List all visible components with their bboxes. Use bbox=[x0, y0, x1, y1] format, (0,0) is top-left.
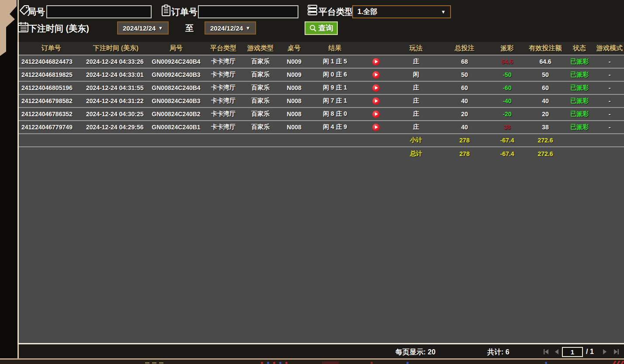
next-page-icon[interactable] bbox=[601, 348, 609, 355]
table-no-cell: N009 bbox=[278, 55, 310, 68]
last-page-icon[interactable] bbox=[611, 348, 619, 355]
prev-page-icon[interactable] bbox=[553, 348, 561, 355]
roadmap-dot bbox=[406, 362, 409, 364]
query-button-label: 查询 bbox=[319, 23, 333, 33]
order-id-cell: 241224046805196 bbox=[19, 81, 83, 94]
col-replay bbox=[360, 42, 392, 55]
total-bet-cell: 40 bbox=[440, 94, 489, 107]
round-id-input[interactable] bbox=[46, 5, 152, 18]
round-id-cell: GN00824C240B1 bbox=[148, 121, 204, 134]
first-page-icon[interactable] bbox=[543, 348, 551, 355]
filter-bar: 局号 订单号 平台类型 1.全部 ▼ bbox=[19, 0, 624, 42]
col-order-id: 订单号 bbox=[19, 42, 83, 55]
round-id-cell: GN00824C240B2 bbox=[148, 107, 204, 121]
corner-tab-decoration bbox=[0, 0, 19, 58]
result-cell: 闲 9 庄 1 bbox=[310, 81, 360, 94]
pagination-bar: 每页显示: 20 共计: 6 / 1 bbox=[19, 344, 624, 359]
query-button[interactable]: 查询 bbox=[305, 21, 338, 35]
platform-cell: 卡卡湾厅 bbox=[204, 81, 243, 94]
order-id-input[interactable] bbox=[198, 5, 298, 18]
col-game-type: 游戏类型 bbox=[243, 42, 278, 55]
play-replay-icon[interactable] bbox=[372, 84, 380, 92]
subtotal-row-payout: -67.4 bbox=[489, 134, 526, 147]
valid-bet-cell: 40 bbox=[526, 94, 565, 107]
payout-cell: 64.6 bbox=[489, 55, 526, 68]
game-mode-cell: - bbox=[594, 107, 624, 121]
bet-time-cell: 2024-12-24 04:29:56 bbox=[83, 121, 148, 134]
play-replay-icon[interactable] bbox=[372, 124, 380, 131]
game-mode-cell: - bbox=[594, 121, 624, 134]
status-cell: 已派彩 bbox=[565, 107, 594, 121]
status-cell: 已派彩 bbox=[565, 121, 594, 134]
date-from-value: 2024/12/24 bbox=[123, 24, 156, 32]
bet-row: 2412240468198252024-12-24 04:33:01GN0092… bbox=[19, 68, 624, 81]
game-type-cell: 百家乐 bbox=[243, 107, 278, 121]
game-type-cell: 百家乐 bbox=[243, 94, 278, 107]
table-header-row: 订单号 下注时间 (美东) 局号 平台类型 游戏类型 桌号 结果 玩法 总投注 … bbox=[19, 42, 624, 55]
server-icon bbox=[307, 4, 318, 16]
platform-cell: 卡卡湾厅 bbox=[204, 121, 243, 134]
game-mode-cell: - bbox=[594, 94, 624, 107]
total-row-label: 总计 bbox=[392, 147, 440, 160]
play-replay-icon[interactable] bbox=[372, 71, 380, 79]
clipboard-icon bbox=[161, 4, 171, 17]
result-cell: 闲 4 庄 9 bbox=[310, 121, 360, 134]
bet-row: 2412240468244732024-12-24 04:33:26GN0092… bbox=[19, 55, 624, 68]
replay-cell bbox=[360, 81, 392, 94]
play-replay-icon[interactable] bbox=[372, 97, 380, 105]
payout-cell: -60 bbox=[489, 81, 526, 94]
subtotal-row-label: 小计 bbox=[392, 134, 440, 147]
game-mode-cell: - bbox=[594, 81, 624, 94]
game-mode-cell: - bbox=[594, 68, 624, 81]
platform-cell: 卡卡湾厅 bbox=[204, 107, 243, 121]
col-status: 状态 bbox=[565, 42, 594, 55]
date-to-value: 2024/12/24 bbox=[210, 24, 243, 32]
total-row-total-bet: 278 bbox=[440, 147, 489, 160]
payout-cell: 38 bbox=[489, 121, 526, 134]
table-no-cell: N008 bbox=[278, 81, 310, 94]
empty-cell bbox=[565, 134, 624, 147]
page-size-label: 每页显示: 20 bbox=[395, 348, 436, 357]
col-valid-bet: 有效投注额 bbox=[526, 42, 565, 55]
platform-type-label: 平台类型 bbox=[319, 6, 354, 18]
roadmap-dot bbox=[261, 362, 263, 364]
play-replay-icon[interactable] bbox=[372, 111, 380, 118]
platform-cell: 卡卡湾厅 bbox=[204, 55, 243, 68]
table-no-cell: N008 bbox=[278, 107, 310, 121]
empty-cell bbox=[19, 147, 392, 160]
order-id-cell: 241224046819825 bbox=[19, 68, 83, 81]
game-type-cell: 百家乐 bbox=[243, 81, 278, 94]
play-type-cell: 庄 bbox=[392, 55, 440, 68]
result-cell: 闲 1 庄 5 bbox=[310, 55, 360, 68]
replay-cell bbox=[360, 94, 392, 107]
status-cell: 已派彩 bbox=[565, 94, 594, 107]
game-mode-cell: - bbox=[594, 55, 624, 68]
chevron-down-icon: ▼ bbox=[158, 25, 163, 31]
play-type-cell: 闲 bbox=[392, 68, 440, 81]
bet-history-window: 20 - 50,0 0 局号 订单号 平台类型 1.全部 bbox=[0, 0, 624, 364]
bet-row: 2412240467985822024-12-24 04:31:22GN0082… bbox=[19, 94, 624, 107]
page-total-label: / 1 bbox=[586, 348, 594, 356]
calendar-icon bbox=[17, 21, 29, 33]
bet-row: 2412240467863522024-12-24 04:30:25GN0082… bbox=[19, 107, 624, 121]
page-number-input[interactable] bbox=[562, 347, 583, 357]
total-bet-cell: 40 bbox=[440, 121, 489, 134]
decor-slash bbox=[616, 361, 620, 364]
table-no-cell: N008 bbox=[278, 121, 310, 134]
valid-bet-cell: 38 bbox=[526, 121, 565, 134]
date-from-picker[interactable]: 2024/12/24 ▼ bbox=[117, 21, 169, 35]
play-replay-icon[interactable] bbox=[372, 58, 380, 66]
decor-slash bbox=[620, 361, 624, 364]
col-platform: 平台类型 bbox=[204, 42, 243, 55]
to-label: 至 bbox=[185, 23, 194, 34]
col-play-type: 玩法 bbox=[392, 42, 440, 55]
decor-dash bbox=[159, 362, 163, 364]
payout-cell: -50 bbox=[489, 68, 526, 81]
date-to-picker[interactable]: 2024/12/24 ▼ bbox=[205, 21, 256, 35]
total-bet-cell: 50 bbox=[440, 68, 489, 81]
platform-type-select[interactable]: 1.全部 ▼ bbox=[352, 5, 451, 18]
col-result: 结果 bbox=[310, 42, 360, 55]
total-row: 总计278-67.4272.6 bbox=[19, 147, 624, 160]
bet-time-cell: 2024-12-24 04:31:55 bbox=[83, 81, 148, 94]
replay-cell bbox=[360, 107, 392, 121]
